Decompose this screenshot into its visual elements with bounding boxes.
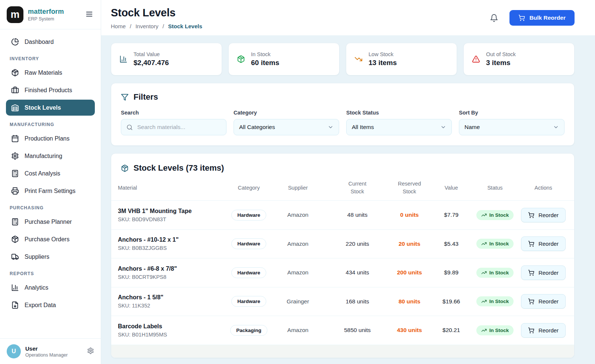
- search-input[interactable]: [136, 123, 221, 131]
- material-name: Barcode Labels: [118, 323, 229, 330]
- sort-by-select[interactable]: Name: [459, 119, 565, 135]
- reserved-stock-cell: 0 units: [387, 212, 432, 218]
- table-title-row: Stock Levels (73 items): [111, 163, 574, 173]
- sidebar: m matterform ERP System DashboardINVENTO…: [0, 0, 101, 364]
- sidebar-item-analytics[interactable]: Analytics: [6, 280, 95, 296]
- table-row: Anchors - #6-8 x 7/8"SKU: B0CRT9KPS8Hard…: [111, 258, 574, 287]
- sidebar-item-manufacturing[interactable]: Manufacturing: [6, 148, 95, 164]
- material-cell: Barcode LabelsSKU: B01H1M95MS: [118, 323, 229, 338]
- table-row: Barcode LabelsSKU: B01H1M95MSPackagingAm…: [111, 316, 574, 345]
- sidebar-item-print-farm-settings[interactable]: Print Farm Settings: [6, 183, 95, 199]
- filter-category: Category All Categories: [234, 110, 339, 135]
- material-name: 3M VHB 1" Mounting Tape: [118, 208, 229, 215]
- column-header-value: Value: [432, 184, 471, 192]
- stat-value: 13 items: [369, 59, 397, 67]
- stock-status-select[interactable]: All Items: [346, 119, 452, 135]
- reorder-label: Reorder: [538, 298, 559, 305]
- sidebar-item-export-data[interactable]: Export Data: [6, 297, 95, 313]
- gear-icon: [87, 347, 94, 354]
- sidebar-item-label: Stock Levels: [25, 104, 61, 111]
- actions-cell: Reorder: [519, 265, 567, 280]
- breadcrumb-inventory[interactable]: Inventory: [135, 23, 158, 29]
- table-row: 3M VHB 1" Mounting TapeSKU: B0D9VDN83THa…: [111, 201, 574, 230]
- sidebar-item-label: Finished Products: [25, 87, 72, 94]
- reorder-button[interactable]: Reorder: [521, 265, 566, 280]
- stat-icon-wrap: [119, 55, 128, 63]
- stat-icon-wrap: [354, 55, 363, 63]
- sidebar-item-production-plans[interactable]: Production Plans: [6, 131, 95, 146]
- package-icon: [11, 235, 19, 243]
- current-stock-cell: 434 units: [328, 269, 387, 276]
- stat-text: Total Value$2,407.476: [134, 51, 169, 67]
- sidebar-item-raw-materials[interactable]: Raw Materials: [6, 65, 95, 81]
- table-row: Anchors - 1 5/8"SKU: 11K352HardwareGrain…: [111, 287, 574, 316]
- stat-text: In Stock60 items: [251, 51, 279, 67]
- category-badge: Hardware: [231, 238, 266, 249]
- alert-triangle-icon: [472, 55, 480, 63]
- column-header-material: Material: [118, 184, 229, 192]
- chevron-down-icon: [440, 124, 446, 130]
- column-header-category: Category: [229, 184, 268, 192]
- bar-chart-icon: [119, 55, 128, 63]
- gear-icon: [11, 152, 19, 160]
- search-box: [121, 119, 226, 135]
- notifications-bell-icon[interactable]: [490, 14, 498, 22]
- actions-cell: Reorder: [519, 294, 567, 309]
- pie-chart-icon: [11, 38, 19, 46]
- bar-chart-icon: [11, 284, 19, 291]
- page-title: Stock Levels: [111, 7, 202, 19]
- sidebar-item-label: Export Data: [25, 302, 56, 309]
- title-block: Stock Levels Home / Inventory / Stock Le…: [111, 7, 202, 29]
- user-name: User: [25, 345, 68, 352]
- trending-up-icon: [481, 212, 487, 218]
- reorder-label: Reorder: [538, 327, 559, 334]
- supplier-cell: Amazon: [268, 212, 328, 218]
- cart-icon: [518, 15, 525, 21]
- filter-grid: Search Category All Categories: [121, 110, 565, 135]
- sidebar-item-purchase-orders[interactable]: Purchase Orders: [6, 231, 95, 247]
- user-footer: U User Operations Manager: [0, 338, 101, 364]
- category-badge: Hardware: [231, 210, 266, 220]
- sort-by-value: Name: [464, 124, 480, 131]
- supplier-cell: Amazon: [268, 241, 328, 247]
- user-settings-icon[interactable]: [87, 347, 94, 356]
- table-body: 3M VHB 1" Mounting TapeSKU: B0D9VDN83THa…: [111, 201, 574, 345]
- material-sku: SKU: B0CRT9KPS8: [118, 274, 229, 280]
- menu-toggle-button[interactable]: [84, 10, 94, 19]
- sidebar-item-finished-products[interactable]: Finished Products: [6, 82, 95, 98]
- sidebar-item-dashboard[interactable]: Dashboard: [6, 34, 95, 50]
- brand-text: matterform ERP System: [28, 8, 64, 22]
- bulk-reorder-button[interactable]: Bulk Reorder: [509, 10, 575, 26]
- sidebar-item-purchase-planner[interactable]: Purchase Planner: [6, 214, 95, 230]
- bulk-reorder-label: Bulk Reorder: [530, 15, 566, 21]
- sidebar-item-cost-analysis[interactable]: Cost Analysis: [6, 165, 95, 181]
- reorder-button[interactable]: Reorder: [521, 236, 566, 251]
- package-icon: [11, 69, 19, 77]
- stat-value: $2,407.476: [134, 59, 169, 67]
- table-title: Stock Levels (73 items): [134, 163, 224, 173]
- category-select[interactable]: All Categories: [234, 119, 339, 135]
- sidebar-item-label: Manufacturing: [25, 153, 62, 160]
- status-cell: In Stock: [471, 268, 519, 278]
- supplier-cell: Amazon: [268, 327, 328, 334]
- status-cell: In Stock: [471, 239, 519, 249]
- calculator-icon: [11, 170, 19, 177]
- truck-icon: [11, 253, 19, 261]
- reorder-button[interactable]: Reorder: [521, 323, 566, 338]
- nav-section-reports: REPORTS: [10, 271, 91, 276]
- avatar: U: [7, 344, 21, 358]
- sidebar-item-stock-levels[interactable]: Stock Levels: [6, 100, 95, 116]
- supplier-cell: Amazon: [268, 269, 328, 276]
- reorder-button[interactable]: Reorder: [521, 208, 566, 222]
- breadcrumb-home[interactable]: Home: [111, 23, 126, 29]
- reorder-button[interactable]: Reorder: [521, 294, 566, 309]
- actions-cell: Reorder: [519, 208, 567, 222]
- reorder-label: Reorder: [538, 212, 559, 218]
- sidebar-header: m matterform ERP System: [0, 0, 101, 29]
- breadcrumb-separator: /: [130, 23, 131, 29]
- category-badge: Hardware: [231, 267, 266, 278]
- calendar-icon: [11, 135, 19, 142]
- stat-label: Out of Stock: [486, 51, 516, 57]
- search-icon: [126, 124, 133, 131]
- sidebar-item-suppliers[interactable]: Suppliers: [6, 249, 95, 265]
